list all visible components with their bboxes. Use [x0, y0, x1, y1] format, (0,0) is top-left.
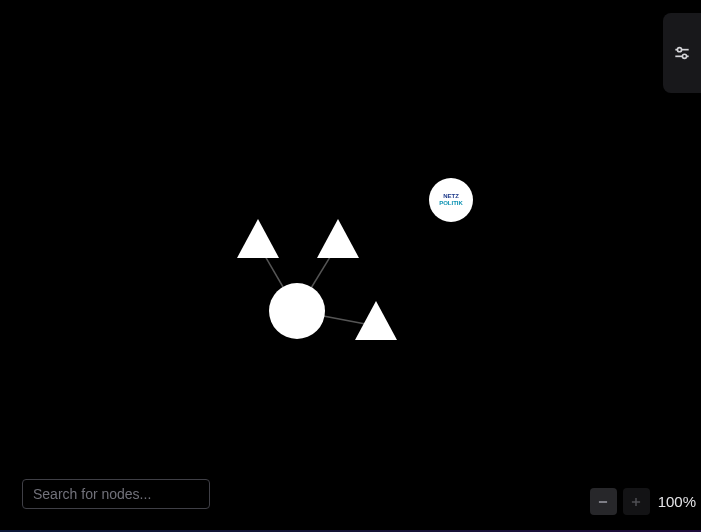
- labeled-node[interactable]: NETZ POLITIK: [429, 178, 473, 222]
- triangle-node[interactable]: [355, 301, 397, 340]
- node-label-line1: NETZ: [443, 193, 459, 199]
- search-input-container: [22, 479, 210, 509]
- hub-node[interactable]: [269, 283, 325, 339]
- zoom-controls: 100%: [590, 488, 696, 515]
- zoom-in-button[interactable]: [623, 488, 650, 515]
- sliders-icon: [672, 43, 692, 63]
- triangle-node[interactable]: [237, 219, 279, 258]
- minus-icon: [596, 495, 610, 509]
- graph-canvas[interactable]: NETZ POLITIK: [0, 0, 701, 532]
- settings-panel-toggle[interactable]: [663, 13, 701, 93]
- plus-icon: [629, 495, 643, 509]
- triangle-node[interactable]: [317, 219, 359, 258]
- search-input[interactable]: [33, 486, 199, 502]
- svg-point-7: [682, 54, 686, 58]
- node-label-line2: POLITIK: [439, 200, 463, 206]
- zoom-out-button[interactable]: [590, 488, 617, 515]
- svg-point-5: [677, 48, 681, 52]
- zoom-level-label: 100%: [658, 493, 696, 510]
